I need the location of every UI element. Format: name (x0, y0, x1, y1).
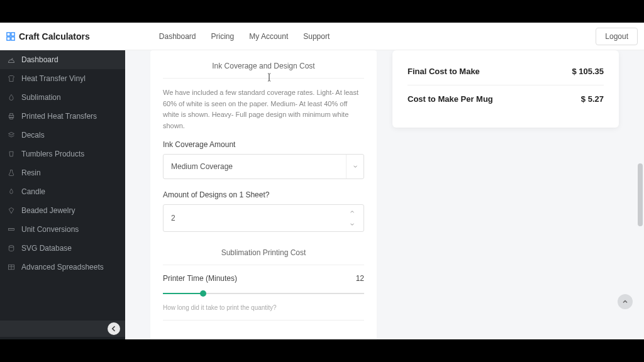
sidebar: Dashboard Heat Transfer Vinyl Sublimatio… (0, 50, 125, 339)
cup-icon (8, 150, 15, 158)
nav-support[interactable]: Support (303, 32, 330, 41)
sidebar-item-tumblers[interactable]: Tumblers Products (0, 145, 125, 163)
logo-icon (6, 32, 15, 41)
section-title-ink: Ink Coverage and Design Cost (163, 50, 364, 78)
sidebar-item-htv[interactable]: Heat Transfer Vinyl (0, 69, 125, 88)
collapse-sidebar-button[interactable] (108, 322, 120, 335)
nav-links: Dashboard Pricing My Account Support (159, 32, 330, 41)
nav-dashboard[interactable]: Dashboard (159, 32, 196, 41)
sidebar-item-label: Heat Transfer Vinyl (21, 74, 86, 83)
printer-time-label: Printer Time (Minutes) (163, 274, 237, 283)
sidebar-item-label: Candle (21, 187, 45, 196)
results-card: Final Cost to Make $ 105.35 Cost to Make… (392, 50, 619, 128)
flame-icon (8, 188, 15, 195)
designs-input[interactable]: 2 (163, 204, 364, 232)
printer-time-slider[interactable] (163, 289, 364, 298)
section-title-printing: Sublimation Printing Cost (163, 237, 364, 265)
ruler-icon (8, 226, 15, 233)
sidebar-item-resin[interactable]: Resin (0, 163, 125, 182)
svg-rect-0 (7, 32, 10, 35)
drop-icon (8, 94, 15, 101)
sidebar-item-decals[interactable]: Decals (0, 126, 125, 145)
scroll-to-top-button[interactable] (618, 294, 633, 309)
brand-name: Craft Calculators (19, 31, 90, 41)
svg-rect-3 (11, 36, 14, 40)
sidebar-item-label: Beaded Jewelry (21, 206, 75, 215)
sidebar-item-dashboard[interactable]: Dashboard (0, 50, 125, 69)
shirt-icon (8, 75, 15, 82)
sidebar-item-label: Decals (21, 131, 45, 140)
flask-icon (8, 169, 15, 177)
gem-icon (8, 207, 15, 214)
svg-rect-1 (11, 32, 14, 35)
step-down-button[interactable] (346, 220, 358, 229)
sidebar-item-label: Unit Conversions (21, 225, 79, 234)
step-up-button[interactable] (346, 207, 358, 216)
svg-rect-2 (7, 36, 10, 40)
designs-value: 2 (171, 214, 175, 222)
result-label: Final Cost to Make (408, 67, 480, 76)
result-row-per-mug: Cost to Make Per Mug $ 5.27 (408, 85, 604, 112)
result-value: $ 105.35 (572, 67, 604, 76)
content-area: Ink Coverage and Design Cost We have inc… (125, 50, 644, 339)
coverage-select[interactable]: Medium Coverage (163, 154, 364, 179)
section-title-mug: Mug Cost (163, 329, 364, 339)
sidebar-item-label: Dashboard (21, 55, 58, 64)
sidebar-item-label: Advanced Spreadsheets (21, 263, 104, 272)
table-icon (8, 263, 15, 271)
logout-button[interactable]: Logout (596, 28, 638, 45)
sidebar-item-label: SVG Database (21, 244, 72, 253)
print-icon (8, 112, 15, 120)
result-row-final: Final Cost to Make $ 105.35 (408, 58, 604, 85)
sidebar-item-jewelry[interactable]: Beaded Jewelry (0, 201, 125, 220)
app-viewport: Craft Calculators Dashboard Pricing My A… (0, 23, 644, 339)
svg-rect-5 (10, 114, 13, 116)
printer-time-hint: How long did it take to print the quanti… (163, 304, 364, 311)
brand-logo[interactable]: Craft Calculators (6, 31, 90, 41)
result-label: Cost to Make Per Mug (408, 94, 493, 104)
scrollbar-thumb[interactable] (638, 163, 643, 226)
database-icon (8, 244, 15, 252)
sidebar-footer (0, 321, 125, 337)
slider-thumb[interactable] (200, 290, 206, 297)
sidebar-item-svg-db[interactable]: SVG Database (0, 239, 125, 258)
coverage-label: Ink Coverage Amount (163, 140, 364, 149)
top-bar: Craft Calculators Dashboard Pricing My A… (0, 23, 644, 50)
calculator-form: Ink Coverage and Design Cost We have inc… (150, 50, 377, 339)
sidebar-item-label: Resin (21, 168, 41, 177)
result-value: $ 5.27 (581, 94, 604, 104)
sidebar-item-label: Sublimation (21, 93, 61, 102)
nav-pricing[interactable]: Pricing (211, 32, 235, 41)
printer-time-value: 12 (356, 274, 364, 283)
gauge-icon (8, 56, 15, 63)
sidebar-item-sublimation[interactable]: Sublimation (0, 88, 125, 107)
sidebar-item-pht[interactable]: Printed Heat Transfers (0, 107, 125, 126)
sidebar-item-spreadsheets[interactable]: Advanced Spreadsheets (0, 258, 125, 277)
sidebar-item-unit-conversions[interactable]: Unit Conversions (0, 220, 125, 239)
coverage-value: Medium Coverage (171, 162, 233, 171)
chevron-down-icon (346, 155, 364, 178)
designs-label: Amount of Designs on 1 Sheet? (163, 190, 364, 199)
sidebar-item-label: Tumblers Products (21, 150, 84, 158)
sidebar-item-candle[interactable]: Candle (0, 182, 125, 201)
layers-icon (8, 131, 15, 139)
nav-account[interactable]: My Account (249, 32, 288, 41)
sidebar-item-label: Printed Heat Transfers (21, 112, 97, 121)
svg-point-8 (9, 246, 14, 248)
coverage-description: We have included a few standard coverage… (163, 87, 364, 131)
